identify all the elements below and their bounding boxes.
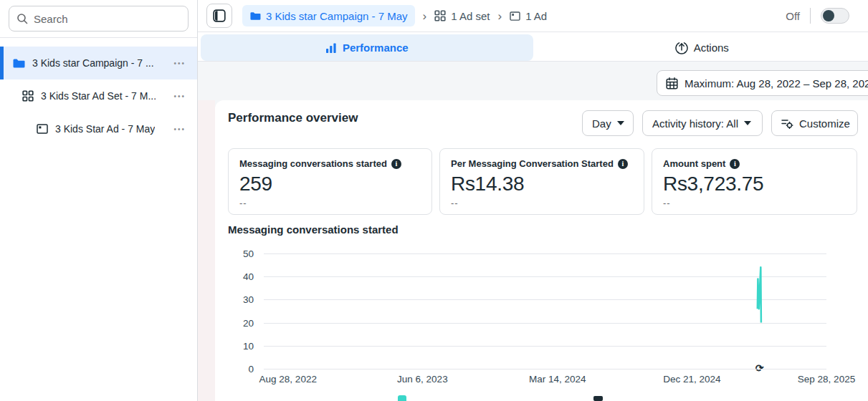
info-icon[interactable]: i	[391, 159, 401, 169]
metric-card-cost-per-conversation: Per Messaging Conversation Startedi Rs14…	[439, 148, 644, 215]
x-tick-label: Sep 28, 2025	[798, 374, 855, 385]
view-tabs: Performance Actions	[198, 32, 868, 62]
more-options-icon[interactable]: •••	[173, 92, 186, 100]
legend-item[interactable]: Messaging conversations started	[398, 395, 548, 401]
chart-line	[758, 267, 761, 322]
dropdown-value: Activity history: All	[652, 117, 738, 130]
toggle-knob	[823, 10, 834, 21]
chart-legend: Messaging conversations started	[228, 395, 859, 401]
x-tick-label: Jun 6, 2023	[397, 374, 448, 385]
legend-partial-glyph	[593, 396, 603, 401]
collapse-sidebar-button[interactable]	[206, 4, 232, 28]
ads-manager-window: 3 Kids star Campaign - 7 ... ••• 3 Kids …	[0, 0, 868, 401]
top-header: 3 Kids star Campaign - 7 May › 1 Ad set …	[198, 0, 868, 32]
info-icon[interactable]: i	[730, 159, 740, 169]
tab-performance[interactable]: Performance	[201, 34, 533, 61]
chart-xaxis: Aug 28, 2022Jun 6, 2023Mar 14, 2024Dec 2…	[264, 374, 826, 388]
customize-label: Customize	[799, 117, 850, 130]
legend-item-partial[interactable]	[593, 395, 603, 401]
breadcrumb-ad[interactable]: 1 Ad	[510, 10, 547, 22]
metric-label: Amount spent	[663, 158, 725, 169]
metric-value: Rs3,723.75	[663, 173, 846, 195]
search-input[interactable]	[34, 13, 181, 25]
tab-actions[interactable]: Actions	[536, 34, 868, 61]
time-breakdown-dropdown[interactable]: Day	[582, 110, 634, 136]
metric-value: Rs14.38	[451, 173, 633, 195]
adset-icon	[434, 10, 446, 21]
metric-label: Per Messaging Conversation Started	[451, 158, 614, 169]
content-gutter	[198, 100, 215, 401]
sidebar-divider	[0, 37, 197, 38]
search-icon	[16, 13, 28, 24]
date-range-label: Maximum: Aug 28, 2022 – Sep 28, 2025	[685, 77, 868, 90]
y-tick-label: 0	[248, 364, 254, 375]
y-tick-label: 40	[243, 271, 254, 282]
y-tick-label: 20	[243, 317, 254, 328]
breadcrumb-campaign[interactable]: 3 Kids star Campaign - 7 May	[242, 5, 415, 26]
sidebar-item-label: 3 Kids star Campaign - 7 ...	[32, 57, 154, 69]
sidebar-item-label: 3 Kids Star Ad - 7 May	[55, 123, 155, 135]
chart-yaxis: 01020304050	[215, 253, 259, 369]
metric-card-conversations: Messaging conversations startedi 259 --	[228, 148, 432, 215]
breadcrumb-label: 1 Ad set	[451, 10, 490, 22]
activity-history-dropdown[interactable]: Activity history: All	[642, 110, 763, 136]
section-title: Performance overview	[228, 111, 358, 125]
campaign-status-label: Off	[786, 10, 800, 22]
customize-sliders-icon	[781, 118, 793, 129]
sidebar-item-adset[interactable]: 3 Kids Star Ad Set - 7 M... •••	[0, 79, 197, 112]
chevron-down-icon	[744, 121, 751, 125]
more-options-icon[interactable]: •••	[173, 59, 186, 67]
chevron-right-icon: ›	[497, 10, 502, 22]
legend-swatch	[398, 395, 406, 401]
metric-delta: --	[239, 198, 421, 208]
y-gridline	[264, 369, 826, 369]
campaign-sidebar: 3 Kids star Campaign - 7 ... ••• 3 Kids …	[0, 0, 198, 401]
sidebar-item-label: 3 Kids Star Ad Set - 7 M...	[41, 90, 156, 102]
metric-card-amount-spent: Amount spenti Rs3,723.75 --	[652, 148, 857, 215]
metric-label: Messaging conversations started	[239, 158, 387, 169]
chart-title: Messaging conversations started	[228, 223, 399, 236]
campaign-status-toggle[interactable]	[821, 8, 849, 24]
x-tick-label: Mar 14, 2024	[529, 374, 586, 385]
metric-value: 259	[239, 173, 421, 195]
sidebar-item-ad[interactable]: 3 Kids Star Ad - 7 May •••	[0, 112, 197, 145]
y-tick-label: 10	[243, 340, 254, 351]
metric-delta: --	[451, 198, 633, 208]
search-input-wrap[interactable]	[9, 6, 189, 32]
metric-delta: --	[663, 198, 846, 208]
chevron-down-icon	[617, 121, 624, 125]
calendar-icon	[666, 77, 678, 90]
y-tick-label: 30	[243, 294, 254, 305]
performance-overview-card: Performance overview Day Activity histor…	[215, 100, 868, 401]
chart-plot[interactable]: ⟳	[264, 253, 826, 369]
divider	[810, 8, 811, 24]
date-range-button[interactable]: Maximum: Aug 28, 2022 – Sep 28, 2025	[657, 70, 868, 96]
sidebar-toggle-icon	[213, 9, 226, 22]
x-tick-label: Dec 21, 2024	[663, 374, 720, 385]
folder-campaign-icon	[249, 11, 261, 21]
breadcrumb-label: 3 Kids star Campaign - 7 May	[266, 10, 408, 22]
dropdown-value: Day	[592, 117, 611, 130]
more-options-icon[interactable]: •••	[173, 125, 186, 133]
customize-button[interactable]: Customize	[771, 110, 858, 136]
folder-campaign-icon	[12, 57, 25, 69]
adset-icon	[22, 90, 34, 102]
ad-icon	[37, 124, 48, 134]
tab-label: Actions	[694, 42, 729, 54]
x-tick-label: Aug 28, 2022	[259, 374, 317, 385]
tab-label: Performance	[343, 42, 409, 54]
breadcrumb-label: 1 Ad	[525, 10, 547, 22]
y-tick-label: 50	[243, 248, 254, 259]
breadcrumb-adset[interactable]: 1 Ad set	[434, 10, 490, 22]
ad-icon	[510, 11, 520, 21]
bar-chart-icon	[325, 43, 337, 53]
arrow-up-circle-icon	[675, 42, 688, 54]
sidebar-item-campaign[interactable]: 3 Kids star Campaign - 7 ... •••	[0, 47, 197, 79]
chevron-right-icon: ›	[423, 10, 427, 22]
info-icon[interactable]: i	[618, 159, 628, 169]
